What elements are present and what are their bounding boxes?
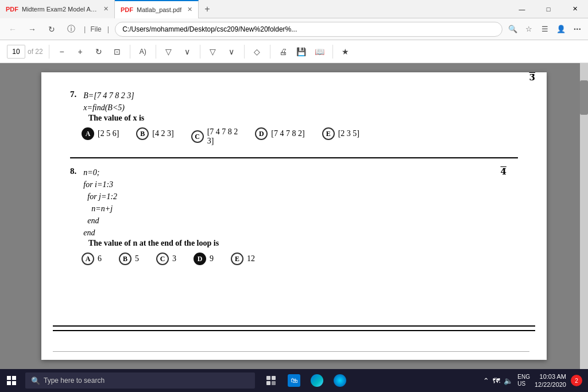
q7-number: 7. — [70, 90, 76, 99]
zoom-in-button[interactable]: + — [72, 44, 88, 60]
q7-choices: A [2 5 6] B [4 2 3] C [7 4 7 8 23] D [7 … — [82, 127, 518, 146]
tab-midterm[interactable]: PDF Midterm Exam2 Model Answer ( ✕ — [0, 0, 115, 18]
read-aloud-button[interactable]: A) — [135, 44, 151, 60]
q7-text-e: [2 3 5] — [338, 129, 359, 138]
search-placeholder: Type here to search — [44, 377, 105, 385]
q7-choice-b[interactable]: B [4 2 3] — [136, 127, 173, 140]
svg-rect-3 — [272, 381, 276, 385]
q7-text-d: [7 4 7 8 2] — [271, 129, 304, 138]
rotate-button[interactable]: ↻ — [91, 44, 107, 60]
pin-button[interactable]: ★ — [338, 44, 354, 60]
q8-choice-c[interactable]: C 3 — [156, 253, 176, 265]
search-icon[interactable]: 🔍 — [506, 22, 520, 36]
close-button[interactable]: ✕ — [562, 0, 588, 18]
q7-letter-e: E — [322, 127, 335, 140]
reload-button[interactable]: ↻ — [44, 21, 60, 37]
q7-text: The value of x is — [88, 114, 518, 123]
lang-text: ENGUS — [517, 374, 530, 387]
print-button[interactable]: 🖨 — [275, 44, 291, 60]
back-button[interactable]: ← — [5, 21, 21, 37]
q7-letter-c: C — [191, 130, 204, 143]
clock-time: 10:03 AM — [535, 372, 566, 381]
taskbar-right: ⌃ 🗺 🔈 ENGUS 10:03 AM 12/22/2020 2 — [483, 372, 588, 389]
q7-choice-e[interactable]: E [2 3 5] — [322, 127, 359, 140]
tab-close-1[interactable]: ✕ — [103, 5, 109, 13]
pdf-icon-1: PDF — [6, 6, 18, 13]
tab-matlab[interactable]: PDF Matlab_past.pdf ✕ — [115, 0, 199, 18]
q8-number: 8. — [70, 166, 76, 176]
collections-icon[interactable]: ☰ — [538, 22, 552, 36]
annotate-button[interactable]: ▽ — [161, 44, 177, 60]
new-tab-button[interactable]: + — [199, 4, 215, 14]
q8-choice-d[interactable]: D 9 — [194, 253, 214, 265]
q7-choice-a[interactable]: A [2 5 6] — [82, 127, 119, 140]
question-7: 3̄ 7. B=[7 4 7 8 2 3] x=find(B<5) The va… — [70, 90, 518, 146]
q8-choice-b[interactable]: B 5 — [119, 253, 139, 265]
address-bar: ← → ↻ ⓘ | File | 🔍 ☆ ☰ 👤 ··· — [0, 18, 588, 40]
forward-button[interactable]: → — [24, 21, 40, 37]
chevron-up-icon[interactable]: ⌃ — [483, 377, 489, 385]
q7-choice-c[interactable]: C [7 4 7 8 23] — [191, 127, 238, 146]
q7-code: B=[7 4 7 8 2 3] x=find(B<5) — [83, 90, 134, 114]
search-bar[interactable]: 🔍 Type here to search — [25, 372, 255, 389]
q8-letter-b: B — [119, 253, 131, 265]
clock[interactable]: 10:03 AM 12/22/2020 — [535, 372, 566, 389]
taskbar: 🔍 Type here to search 🛍 ⌃ 🗺 🔈 E — [0, 369, 588, 392]
fit-page-button[interactable]: ⊡ — [109, 44, 125, 60]
notification-badge[interactable]: 2 — [571, 375, 582, 386]
scrollbar-thumb[interactable] — [580, 80, 588, 115]
path-separator: | — [107, 25, 109, 33]
q8-letter-e: E — [231, 253, 243, 265]
filter-button[interactable]: ▽ — [205, 44, 221, 60]
svg-rect-0 — [266, 376, 270, 380]
q8-text-d: 9 — [210, 254, 214, 263]
profile-icon[interactable]: 👤 — [554, 22, 568, 36]
immersive-button[interactable]: 📖 — [312, 44, 328, 60]
cortana-button[interactable] — [330, 370, 350, 391]
q8-choice-e[interactable]: E 12 — [231, 253, 255, 265]
page-number-input[interactable] — [7, 45, 25, 59]
volume-icon[interactable]: 🔈 — [504, 377, 513, 385]
file-label: File — [90, 25, 101, 33]
edge-button[interactable] — [307, 370, 327, 391]
q7-letter-a: A — [82, 127, 94, 140]
q7-choice-d[interactable]: D [7 4 7 8 2] — [255, 127, 304, 140]
q7-text-c: [7 4 7 8 23] — [207, 127, 238, 146]
more-button[interactable]: ··· — [571, 24, 583, 34]
q8-text-b: 5 — [135, 254, 139, 263]
tab-close-2[interactable]: ✕ — [187, 6, 192, 13]
pdf-content: 3̄ 7. B=[7 4 7 8 2 3] x=find(B<5) The va… — [0, 63, 588, 369]
q8-text: The value of n at the end of the loop is — [88, 239, 518, 248]
zoom-out-button[interactable]: − — [54, 44, 70, 60]
pdf-toolbar: of 22 − + ↻ ⊡ A) ▽ ∨ ▽ ∨ ◇ 🖨 💾 📖 ★ — [0, 40, 588, 63]
annotate-chevron[interactable]: ∨ — [179, 44, 195, 60]
draw-button[interactable]: ◇ — [249, 44, 265, 60]
address-input[interactable] — [115, 22, 502, 37]
minimize-button[interactable]: — — [509, 0, 535, 18]
network-icon[interactable]: 🗺 — [493, 377, 500, 385]
maximize-button[interactable]: □ — [535, 0, 562, 18]
filter-chevron[interactable]: ∨ — [223, 44, 239, 60]
toolbar-sep-1 — [49, 45, 49, 59]
start-button[interactable] — [0, 369, 23, 392]
toolbar-sep-7 — [332, 45, 333, 59]
q8-code: n=0; for i=1:3 for j=1:2 n=n+j end end — [83, 166, 117, 239]
edge-icon — [311, 374, 323, 387]
system-icons: ⌃ 🗺 🔈 — [483, 377, 513, 385]
taskbar-apps: 🛍 — [261, 370, 350, 391]
task-view-button[interactable] — [261, 370, 281, 391]
store-button[interactable]: 🛍 — [284, 370, 304, 391]
svg-rect-1 — [272, 376, 276, 380]
favorites-icon[interactable]: ☆ — [522, 22, 536, 36]
scrollbar-track — [580, 63, 588, 369]
q8-text-e: 12 — [247, 254, 255, 263]
search-icon-taskbar: 🔍 — [31, 377, 40, 385]
address-icons: 🔍 ☆ ☰ 👤 — [506, 22, 568, 36]
q8-choice-a[interactable]: A 6 — [82, 253, 102, 265]
q8-text-a: 6 — [98, 254, 102, 263]
save-button[interactable]: 💾 — [293, 44, 310, 60]
q7-letter-d: D — [255, 127, 268, 140]
q7-text-a: [2 5 6] — [98, 129, 119, 138]
language-indicator[interactable]: ENGUS — [517, 374, 530, 387]
page-total: of 22 — [28, 48, 43, 56]
